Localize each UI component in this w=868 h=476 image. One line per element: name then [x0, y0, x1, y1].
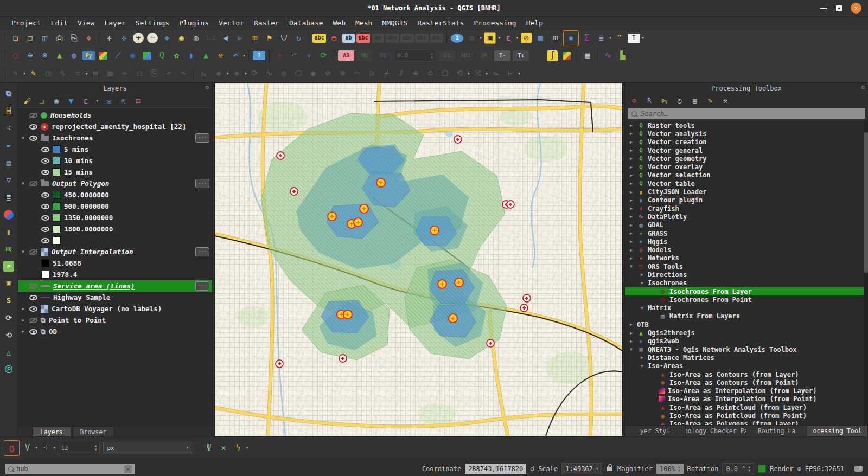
menu-project[interactable]: Project	[7, 19, 46, 27]
toolbox-item[interactable]: ▶✳qgis2web	[625, 337, 868, 345]
messages-icon[interactable]	[854, 466, 863, 472]
expand-arrow-icon[interactable]: ▼	[20, 136, 26, 140]
toolbox-item[interactable]: ◎Isochrones From Point	[625, 295, 868, 304]
gdrive-dock-button[interactable]: △	[3, 346, 15, 358]
add-postgis-button[interactable]: ▤	[3, 157, 15, 169]
open-layer-styling-button[interactable]: 🖌	[22, 97, 32, 105]
bottom-tab[interactable]: pology Checker Pa	[686, 426, 746, 436]
select-by-expression-dropdown-icon[interactable]: ▼	[516, 36, 518, 40]
hqgis-dock-button[interactable]: HQ	[3, 243, 15, 255]
expand-arrow-icon[interactable]: ▶	[628, 248, 634, 253]
pin-labels-button[interactable]: ab	[342, 31, 355, 45]
topological-editing-button[interactable]: Ψ	[202, 441, 215, 455]
menu-database[interactable]: Database	[284, 19, 328, 27]
enable-snapping-button[interactable]: Ω	[4, 440, 20, 456]
layer-row[interactable]: 15 mins	[18, 166, 212, 178]
add-raster-layer-button[interactable]: ⌸	[3, 105, 15, 117]
expand-arrow-icon[interactable]: ▶	[628, 331, 634, 336]
save-project-button[interactable]: ◫	[38, 31, 52, 45]
snapping-type-button[interactable]: ⁖	[39, 441, 52, 455]
panel-dock-icon[interactable]: ⧉	[206, 85, 209, 91]
visibility-on-icon[interactable]	[29, 295, 37, 300]
cad-t-plus-button[interactable]: T+	[513, 50, 529, 61]
layer-row[interactable]: 10 mins	[18, 155, 212, 166]
manage-map-themes-button[interactable]: ◉	[52, 97, 61, 105]
memory-layer-badge-icon[interactable]: ···	[195, 133, 209, 143]
zoom-full-extent-button[interactable]: ❖	[160, 31, 174, 45]
mmqgis-globe-add-button[interactable]: ⊕	[23, 49, 37, 62]
expand-arrow-icon[interactable]: ▶	[628, 181, 634, 186]
visibility-on-icon[interactable]	[29, 136, 37, 141]
toolbox-item[interactable]: ▶QVector overlay	[625, 163, 868, 171]
select-features-button[interactable]: ▣	[484, 32, 496, 44]
toolbox-item[interactable]: ◉Iso-Area as Contours (from Point)	[625, 378, 868, 387]
measure-button[interactable]: ≣	[595, 31, 608, 45]
show-hidden-labels-button[interactable]: abc	[356, 31, 370, 45]
layer-row[interactable]: 51.0688	[18, 258, 212, 269]
snapping-units-combobox[interactable]: px▼	[103, 442, 192, 454]
rotate-point-symbols-dropdown-icon[interactable]: ▼	[468, 72, 470, 76]
toolbox-item[interactable]: ▲Iso-Area as Pointcloud (from Layer)	[625, 403, 868, 411]
expand-arrow-icon[interactable]: ▶	[628, 190, 634, 195]
current-edits-dropdown-icon[interactable]: ▼	[23, 72, 25, 76]
visibility-on-icon[interactable]	[41, 158, 49, 164]
toolbox-item[interactable]: ▼▩QNEAT3 - Qgis Network Analysis Toolbox	[625, 345, 868, 353]
visibility-off-icon[interactable]	[29, 284, 37, 289]
layer-row[interactable]: Highway Sample	[18, 292, 212, 303]
menu-rasterstats[interactable]: RasterStats	[412, 19, 469, 27]
close-button[interactable]: ✕	[851, 3, 861, 14]
visibility-on-icon[interactable]	[41, 238, 49, 243]
cityjson-dock-button[interactable]: ▮	[3, 226, 15, 238]
visibility-off-icon[interactable]	[29, 318, 37, 323]
offset-point-symbol-dropdown-icon[interactable]: ▼	[486, 72, 488, 76]
undo-style-button[interactable]: ↶	[228, 49, 242, 62]
add-group-button[interactable]: ❏	[37, 97, 47, 105]
pan-to-selection-button[interactable]: ✜	[117, 31, 131, 45]
minimize-button[interactable]	[820, 8, 827, 9]
snapping-mode-button[interactable]: V	[21, 441, 34, 455]
zoom-out-button[interactable]: −	[147, 33, 158, 43]
bottom-tab[interactable]: Routing La	[746, 426, 807, 436]
visibility-off-icon[interactable]	[29, 181, 37, 186]
toolbox-item[interactable]: ▶QRaster tools	[625, 121, 868, 130]
stream-digitize-dropdown-icon[interactable]: ▼	[85, 72, 87, 76]
visibility-on-icon[interactable]	[41, 170, 49, 175]
magnifier-spinbox[interactable]: 100% ▲▼	[656, 464, 684, 474]
collapse-all-button[interactable]: ⇱	[118, 97, 128, 105]
scripts-dock-button[interactable]: S	[3, 294, 15, 306]
zoom-to-layer-button[interactable]: ◎	[189, 31, 203, 45]
layer-row[interactable]: ✚reprojected_amenity_hospital [22]	[18, 121, 212, 132]
toolbox-item[interactable]: ▲Iso-Area as Contours (from Layer)	[625, 370, 868, 378]
layer-row[interactable]: ▼Isochrones···	[18, 132, 212, 144]
menu-mmqgis[interactable]: MMQGIS	[377, 19, 412, 27]
toolbox-item[interactable]: ▶QVector analysis	[625, 130, 868, 138]
visibility-on-icon[interactable]	[41, 192, 49, 198]
new-print-layout-button[interactable]: ⎙	[53, 31, 66, 45]
toolbox-item[interactable]: ▶QVector selection	[625, 171, 868, 179]
expand-arrow-icon[interactable]: ▶	[628, 123, 634, 128]
menu-edit[interactable]: Edit	[46, 19, 73, 27]
map-tips-button[interactable]: ❞	[612, 31, 626, 45]
layer-row[interactable]: ▶⧉OD	[18, 326, 212, 337]
style-manager-button[interactable]: ❖	[82, 31, 95, 45]
snap-on-grid-button[interactable]: ϟ	[231, 441, 245, 455]
azimuth-tool-button[interactable]: ⌐	[288, 49, 301, 62]
bearing-tool-button[interactable]: ✧	[302, 49, 316, 62]
sld4raster-button[interactable]	[560, 49, 573, 62]
snapping-type-dropdown-icon[interactable]: ▼	[53, 446, 55, 450]
layer-row[interactable]: ▼Output Polygon···	[18, 178, 212, 189]
visibility-off-icon[interactable]	[29, 113, 37, 118]
visibility-on-icon[interactable]	[41, 215, 49, 221]
add-delimited-text-button[interactable]: ⁖	[3, 122, 15, 134]
contour-tool-button[interactable]: ◗	[184, 49, 198, 62]
toolbox-item[interactable]: Iso-Area as Interpolation (from Layer)	[625, 387, 868, 395]
globe-viewer-button[interactable]: ◉	[126, 49, 139, 62]
new-bookmark-button[interactable]: ⚑	[263, 31, 276, 45]
show-bookmarks-button[interactable]: ⛉	[277, 31, 291, 45]
menu-view[interactable]: View	[73, 19, 99, 27]
expand-arrow-icon[interactable]: ▶	[628, 148, 634, 153]
layer-row[interactable]: 1800.0000000	[18, 223, 212, 235]
results-viewer-button[interactable]: ▤	[690, 97, 700, 105]
menu-plugins[interactable]: Plugins	[174, 19, 214, 27]
layer-diagram-button[interactable]: ◓	[327, 31, 341, 45]
